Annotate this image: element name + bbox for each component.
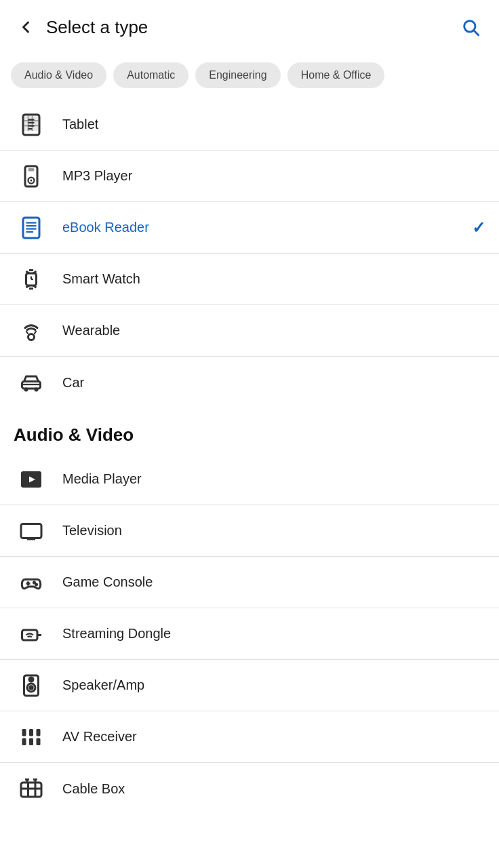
- mp3-label: MP3 Player: [62, 168, 485, 184]
- television-label: Television: [62, 523, 485, 538]
- svg-point-50: [30, 686, 33, 689]
- svg-point-52: [31, 678, 32, 679]
- svg-rect-55: [29, 729, 33, 736]
- list-item-mp3[interactable]: MP3 Player: [0, 151, 499, 202]
- svg-point-35: [35, 388, 39, 392]
- svg-rect-53: [22, 729, 26, 736]
- list-item-media-player[interactable]: Media Player: [0, 454, 499, 505]
- svg-rect-54: [22, 738, 26, 745]
- svg-rect-16: [23, 218, 39, 238]
- tablet-icon: [14, 107, 49, 142]
- search-button[interactable]: [456, 12, 485, 42]
- list-item-ebook[interactable]: eBook Reader ✓: [0, 202, 499, 254]
- chip-engineering[interactable]: Engineering: [195, 62, 280, 88]
- svg-rect-56: [29, 738, 33, 745]
- back-button[interactable]: [11, 12, 41, 42]
- svg-line-1: [474, 31, 478, 35]
- mp3-icon: [14, 159, 49, 194]
- list-item-car[interactable]: Car: [0, 357, 499, 408]
- cable-box-icon: [14, 771, 49, 806]
- game-console-label: Game Console: [62, 574, 485, 590]
- svg-rect-15: [28, 168, 35, 172]
- svg-rect-46: [22, 630, 38, 640]
- streaming-dongle-icon: [14, 616, 49, 652]
- header: Select a type: [0, 0, 499, 54]
- smartwatch-icon: [14, 262, 49, 297]
- list-item-smartwatch[interactable]: Smart Watch: [0, 254, 499, 305]
- tablet-label: Tablet: [62, 117, 485, 132]
- smartwatch-label: Smart Watch: [62, 271, 485, 287]
- svg-point-34: [24, 388, 28, 392]
- av-receiver-icon: [14, 719, 49, 755]
- game-console-icon: [14, 565, 49, 600]
- svg-point-30: [28, 334, 35, 340]
- car-icon: [14, 365, 49, 400]
- svg-rect-7: [24, 115, 39, 131]
- list-item-av-receiver[interactable]: AV Receiver: [0, 711, 499, 763]
- speaker-label: Speaker/Amp: [62, 677, 485, 693]
- streaming-dongle-label: Streaming Dongle: [62, 626, 485, 642]
- section-audio-video: Audio & Video Media Player Television: [0, 408, 499, 814]
- filter-chips: Audio & Video Automatic Engineering Home…: [0, 54, 499, 99]
- wearable-icon: [14, 313, 49, 349]
- ebook-label: eBook Reader: [62, 220, 472, 235]
- list-item-cable-box[interactable]: Cable Box: [0, 763, 499, 814]
- list-item-wearable[interactable]: Wearable: [0, 305, 499, 357]
- list-item-game-console[interactable]: Game Console: [0, 557, 499, 608]
- list-item-tablet[interactable]: Tablet: [0, 99, 499, 151]
- list-item-streaming-dongle[interactable]: Streaming Dongle: [0, 608, 499, 660]
- ebook-icon: [14, 210, 49, 245]
- media-player-icon: [14, 462, 49, 497]
- wearable-label: Wearable: [62, 323, 485, 338]
- svg-point-45: [35, 583, 37, 585]
- cable-box-label: Cable Box: [62, 781, 485, 797]
- chip-automatic[interactable]: Automatic: [113, 62, 188, 88]
- chip-audio-video[interactable]: Audio & Video: [11, 62, 106, 88]
- speaker-icon: [14, 668, 49, 703]
- television-icon: [14, 513, 49, 549]
- list-item-television[interactable]: Television: [0, 505, 499, 557]
- chip-home-office[interactable]: Home & Office: [287, 62, 385, 88]
- svg-rect-39: [21, 524, 41, 538]
- svg-rect-57: [37, 729, 41, 736]
- svg-point-44: [33, 581, 35, 583]
- svg-rect-58: [37, 738, 41, 745]
- av-receiver-label: AV Receiver: [62, 729, 485, 745]
- car-label: Car: [62, 375, 485, 391]
- page-title: Select a type: [46, 17, 456, 38]
- svg-line-31: [26, 331, 28, 334]
- media-player-label: Media Player: [62, 471, 485, 487]
- section-unlabeled: Tablet MP3 Player eBook Reader ✓: [0, 99, 499, 408]
- section-audio-video-title: Audio & Video: [0, 408, 499, 454]
- selected-checkmark: ✓: [472, 218, 485, 237]
- svg-line-32: [35, 331, 37, 334]
- svg-point-14: [31, 179, 33, 181]
- list-item-speaker[interactable]: Speaker/Amp: [0, 660, 499, 711]
